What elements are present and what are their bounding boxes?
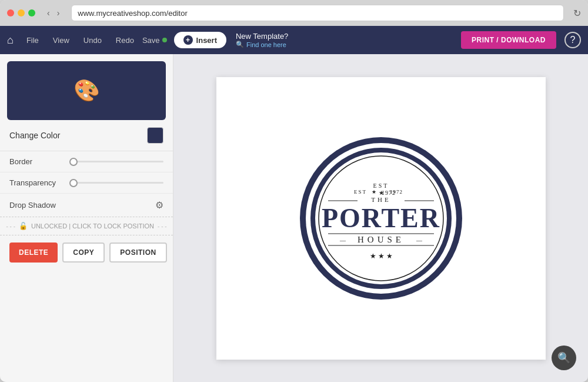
lock-label: UNLOCKED | CLICK TO LOCK POSITION <box>31 222 154 230</box>
palette-icon: 🎨 <box>74 78 100 103</box>
transparency-row: Transparency <box>0 172 173 194</box>
lock-icon: 🔓 <box>19 222 28 230</box>
undo-button[interactable]: Undo <box>78 32 108 48</box>
svg-text:—: — <box>339 237 346 244</box>
canvas-white: EST ★ 1972 EST ★ 1972 <box>216 77 546 360</box>
save-indicator[interactable]: Save <box>142 36 167 45</box>
close-dot[interactable] <box>7 9 14 16</box>
view-menu[interactable]: View <box>47 32 75 48</box>
zoom-button[interactable]: 🔍 <box>552 346 576 370</box>
zoom-icon: 🔍 <box>557 351 570 364</box>
save-label: Save <box>142 36 160 45</box>
refresh-button[interactable]: ↻ <box>573 8 581 19</box>
svg-text:THE: THE <box>371 196 390 203</box>
new-template-promo: New Template? 🔍 Find one here <box>236 32 288 48</box>
svg-text:HOUSE: HOUSE <box>357 235 404 244</box>
copy-button[interactable]: COPY <box>62 243 105 263</box>
browser-dots <box>7 9 35 16</box>
border-slider-thumb[interactable] <box>69 158 78 166</box>
main-area: 🎨 Change Color Border Transparency <box>0 54 588 382</box>
plus-icon: + <box>183 35 193 45</box>
maximize-dot[interactable] <box>28 9 35 16</box>
browser-nav: ‹ › <box>45 7 62 19</box>
url-bar[interactable]: www.mycreativeshop.com/editor <box>71 5 564 21</box>
new-template-title: New Template? <box>236 32 288 41</box>
border-label: Border <box>9 157 62 166</box>
delete-button[interactable]: DELETE <box>9 243 58 263</box>
svg-text:1972: 1972 <box>390 189 403 195</box>
browser-window: ‹ › www.mycreativeshop.com/editor ↻ ⌂ Fi… <box>0 0 588 382</box>
canvas-area: EST ★ 1972 EST ★ 1972 <box>173 54 588 382</box>
drop-shadow-row: Drop Shadow ⚙ <box>0 194 173 217</box>
home-button[interactable]: ⌂ <box>7 34 14 46</box>
svg-text:—: — <box>416 237 423 244</box>
svg-text:PORTER: PORTER <box>321 203 440 233</box>
insert-button[interactable]: + Insert <box>174 32 226 48</box>
svg-text:★: ★ <box>372 189 376 195</box>
main-toolbar: ⌂ File View Undo Redo Save + Insert New … <box>0 26 588 54</box>
position-button[interactable]: POSITION <box>109 243 166 263</box>
help-button[interactable]: ? <box>564 32 581 48</box>
transparency-slider-thumb[interactable] <box>69 179 78 187</box>
transparency-label: Transparency <box>9 178 62 187</box>
gear-icon[interactable]: ⚙ <box>155 200 163 211</box>
save-status-dot <box>162 38 167 42</box>
logo-image[interactable]: EST ★ 1972 EST ★ 1972 <box>293 130 469 307</box>
transparency-slider[interactable] <box>69 182 163 184</box>
svg-text:★: ★ <box>369 252 376 260</box>
svg-text:EST: EST <box>373 182 389 189</box>
border-slider[interactable] <box>69 161 163 162</box>
redo-button[interactable]: Redo <box>110 32 140 48</box>
change-color-label: Change Color <box>9 131 60 140</box>
svg-text:EST: EST <box>353 189 366 195</box>
print-download-button[interactable]: PRINT / DOWNLOAD <box>461 31 556 49</box>
svg-text:★: ★ <box>377 252 384 260</box>
change-color-row: Change Color <box>0 120 173 151</box>
svg-text:★: ★ <box>386 252 392 260</box>
file-menu[interactable]: File <box>21 32 45 48</box>
action-buttons: DELETE COPY POSITION <box>0 235 173 270</box>
lock-bar[interactable]: - - - 🔓 UNLOCKED | CLICK TO LOCK POSITIO… <box>0 217 173 235</box>
color-preview-box: 🎨 <box>7 61 166 120</box>
search-icon: 🔍 <box>236 41 244 48</box>
find-template-text: Find one here <box>246 41 286 48</box>
url-text: www.mycreativeshop.com/editor <box>78 9 187 18</box>
left-panel: 🎨 Change Color Border Transparency <box>0 54 173 382</box>
color-swatch[interactable] <box>147 127 163 144</box>
border-row: Border <box>0 151 173 172</box>
insert-label: Insert <box>196 36 217 45</box>
app-content: ⌂ File View Undo Redo Save + Insert New … <box>0 26 588 382</box>
forward-button[interactable]: › <box>55 7 62 19</box>
drop-shadow-label: Drop Shadow <box>9 201 56 210</box>
browser-titlebar: ‹ › www.mycreativeshop.com/editor ↻ <box>0 0 588 26</box>
back-button[interactable]: ‹ <box>45 7 52 19</box>
minimize-dot[interactable] <box>18 9 25 16</box>
find-template-link[interactable]: 🔍 Find one here <box>236 41 288 48</box>
